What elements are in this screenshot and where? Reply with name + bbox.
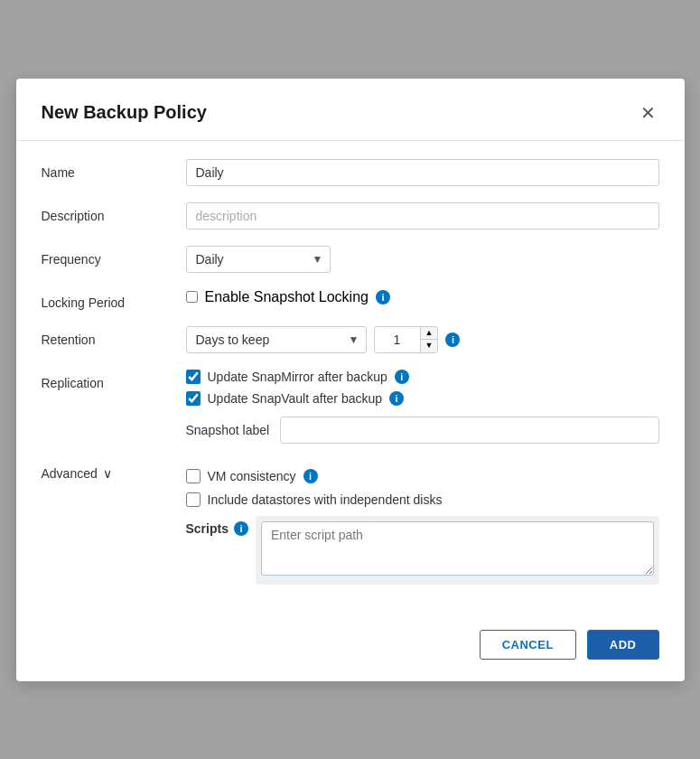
- modal-body: Name Description Frequency Daily: [16, 152, 685, 615]
- frequency-select-wrapper: Daily Weekly Monthly Hourly ▼: [186, 246, 331, 273]
- snapshot-label-input[interactable]: [280, 417, 658, 444]
- close-icon: ✕: [640, 103, 656, 123]
- locking-checkbox-label[interactable]: Enable Snapshot Locking: [205, 289, 369, 305]
- modal-overlay: New Backup Policy ✕ Name Description: [0, 0, 700, 759]
- advanced-label: Advanced: [42, 466, 98, 481]
- snapmirror-row: Update SnapMirror after backup i: [186, 370, 659, 384]
- retention-spin-up[interactable]: ▲: [421, 327, 438, 341]
- header-divider: [16, 140, 685, 141]
- advanced-chevron-icon: ∨: [103, 466, 112, 481]
- scripts-label-text: Scripts: [186, 521, 229, 536]
- replication-label: Replication: [42, 370, 186, 390]
- name-field: [186, 159, 659, 186]
- snapshot-label-row: Snapshot label: [186, 417, 659, 444]
- modal-header: New Backup Policy ✕: [16, 79, 685, 140]
- snapshot-label-text: Snapshot label: [186, 423, 270, 437]
- locking-row: Locking Period Enable Snapshot Locking i: [42, 289, 659, 310]
- replication-field: Update SnapMirror after backup i Update …: [186, 370, 659, 444]
- name-label: Name: [42, 159, 186, 180]
- snapmirror-info-icon[interactable]: i: [395, 370, 409, 384]
- snapvault-row: Update SnapVault after backup i: [186, 391, 659, 406]
- replication-row: Replication Update SnapMirror after back…: [42, 370, 659, 444]
- independent-disks-checkbox[interactable]: [186, 492, 201, 507]
- retention-info-icon[interactable]: i: [445, 333, 460, 347]
- snapmirror-label[interactable]: Update SnapMirror after backup: [208, 370, 387, 384]
- locking-label: Locking Period: [42, 289, 186, 310]
- retention-label: Retention: [42, 326, 186, 347]
- cancel-button[interactable]: CANCEL: [480, 630, 576, 660]
- vm-consistency-checkbox[interactable]: [186, 469, 201, 483]
- independent-disks-row: Include datastores with independent disk…: [186, 492, 659, 507]
- description-label: Description: [42, 202, 186, 223]
- vm-consistency-row: VM consistency i: [186, 469, 659, 483]
- scripts-row: Scripts i: [186, 516, 659, 585]
- snapvault-info-icon[interactable]: i: [389, 391, 404, 406]
- snapvault-checkbox[interactable]: [186, 391, 201, 406]
- scripts-label-container: Scripts i: [186, 516, 248, 536]
- frequency-select[interactable]: Daily Weekly Monthly Hourly: [186, 246, 331, 273]
- locking-checkbox-row: Enable Snapshot Locking i: [186, 289, 659, 305]
- frequency-label: Frequency: [42, 246, 186, 267]
- scripts-info-icon[interactable]: i: [234, 521, 248, 536]
- description-field: [186, 202, 659, 230]
- modal-title: New Backup Policy: [42, 102, 207, 123]
- modal-footer: CANCEL ADD: [16, 615, 685, 681]
- scripts-textarea-wrapper: [256, 516, 659, 585]
- vm-consistency-label[interactable]: VM consistency: [208, 469, 296, 483]
- independent-disks-label[interactable]: Include datastores with independent disk…: [208, 492, 443, 507]
- retention-spin-down[interactable]: ▼: [421, 340, 438, 352]
- scripts-textarea[interactable]: [261, 521, 654, 576]
- retention-spin-buttons: ▲ ▼: [420, 327, 438, 352]
- name-row: Name: [42, 159, 659, 186]
- vm-consistency-info-icon[interactable]: i: [303, 469, 318, 483]
- add-button[interactable]: ADD: [587, 630, 659, 660]
- retention-controls: Days to keep Weeks to keep Months to kee…: [186, 326, 659, 353]
- frequency-row: Frequency Daily Weekly Monthly Hourly ▼: [42, 246, 659, 273]
- locking-checkbox[interactable]: [186, 291, 198, 303]
- locking-field: Enable Snapshot Locking i: [186, 289, 659, 305]
- retention-select-wrapper: Days to keep Weeks to keep Months to kee…: [186, 326, 367, 353]
- advanced-row: Advanced ∨ VM consistency i Include: [42, 460, 659, 585]
- snapmirror-checkbox[interactable]: [186, 370, 201, 384]
- advanced-options: VM consistency i Include datastores with…: [186, 469, 659, 585]
- retention-number-wrapper: ▲ ▼: [374, 326, 439, 353]
- name-input[interactable]: [186, 159, 659, 186]
- description-row: Description: [42, 202, 659, 230]
- retention-number-input[interactable]: [375, 327, 420, 352]
- close-button[interactable]: ✕: [637, 100, 659, 126]
- new-backup-policy-modal: New Backup Policy ✕ Name Description: [16, 79, 685, 681]
- retention-select[interactable]: Days to keep Weeks to keep Months to kee…: [186, 326, 367, 353]
- retention-field: Days to keep Weeks to keep Months to kee…: [186, 326, 659, 353]
- frequency-field: Daily Weekly Monthly Hourly ▼: [186, 246, 659, 273]
- advanced-content: VM consistency i Include datastores with…: [186, 460, 659, 585]
- retention-row: Retention Days to keep Weeks to keep Mon…: [42, 326, 659, 353]
- snapvault-label[interactable]: Update SnapVault after backup: [208, 391, 383, 406]
- advanced-header[interactable]: Advanced ∨: [42, 460, 186, 481]
- description-input[interactable]: [186, 202, 659, 230]
- locking-info-icon[interactable]: i: [376, 290, 390, 305]
